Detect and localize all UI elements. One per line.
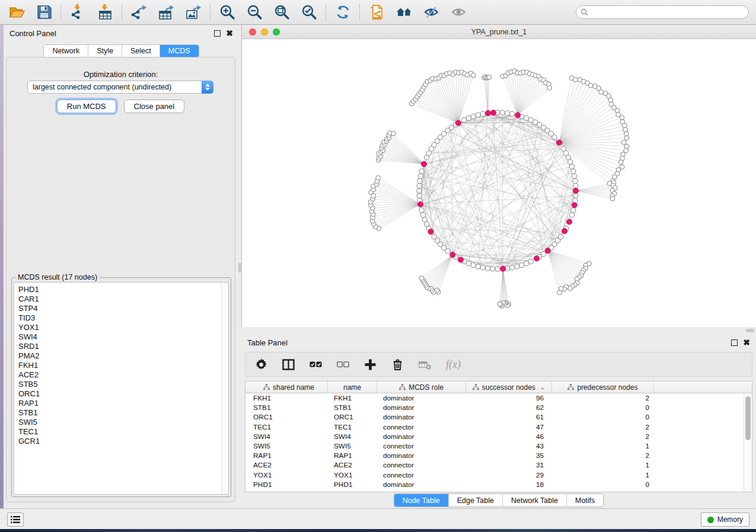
- float-table-panel-icon[interactable]: [731, 339, 738, 346]
- table-cell: 62: [466, 403, 552, 412]
- memory-button[interactable]: Memory: [701, 512, 749, 527]
- column-header-predecessor-nodes[interactable]: predecessor nodes: [552, 382, 654, 393]
- export-network-icon[interactable]: [130, 4, 148, 21]
- dropdown-stepper-icon: [202, 81, 213, 94]
- run-mcds-button[interactable]: Run MCDS: [57, 100, 116, 113]
- table-cell: ORC1: [328, 413, 377, 421]
- tab-network[interactable]: Network: [44, 45, 88, 57]
- table-cell: dominator: [377, 394, 466, 402]
- delete-column-icon[interactable]: [391, 358, 404, 371]
- mcds-result-item[interactable]: ACE2: [18, 370, 228, 380]
- table-row[interactable]: TEC1TEC1connector472: [245, 422, 744, 432]
- tab-select[interactable]: Select: [122, 45, 160, 57]
- import-network-icon[interactable]: [69, 4, 87, 21]
- table-row[interactable]: FKH1FKH1dominator962: [245, 393, 744, 403]
- table-scrollbar-thumb[interactable]: [745, 396, 751, 440]
- tab-style[interactable]: Style: [88, 45, 122, 57]
- toolbar-icon-groups: [0, 4, 475, 21]
- mcds-result-item[interactable]: ORC1: [18, 389, 228, 399]
- tab-network-table[interactable]: Network Table: [503, 494, 567, 507]
- search-box[interactable]: [576, 5, 749, 19]
- zoom-fit-icon[interactable]: [273, 4, 291, 21]
- mcds-result-item[interactable]: TID3: [18, 313, 228, 323]
- float-panel-icon[interactable]: [214, 30, 221, 37]
- table-panel-titlebar: Table Panel ✖: [241, 334, 756, 351]
- task-history-button[interactable]: [7, 512, 24, 527]
- tab-motifs[interactable]: Motifs: [567, 494, 603, 507]
- mcds-result-item[interactable]: YOX1: [18, 323, 228, 332]
- add-column-icon[interactable]: [364, 358, 377, 371]
- table-cell: connector: [377, 461, 466, 469]
- home-icon[interactable]: [395, 4, 413, 21]
- mcds-result-item[interactable]: RAP1: [18, 399, 228, 408]
- mcds-result-item[interactable]: SWI4: [18, 332, 228, 342]
- table-row[interactable]: ACE2ACE2connector311: [245, 460, 744, 470]
- tab-edge-table[interactable]: Edge Table: [449, 494, 503, 507]
- table-panel-title: Table Panel: [247, 338, 731, 347]
- mcds-result-item[interactable]: STB1: [18, 408, 228, 418]
- mcds-result-list[interactable]: PHD1CAR1STP4TID3YOX1SWI4SRD1PMA2FKH1ACE2…: [14, 282, 229, 495]
- vertical-splitter-grip[interactable]: [238, 263, 242, 273]
- close-panel-icon[interactable]: ✖: [226, 30, 233, 37]
- mcds-result-item[interactable]: SRD1: [18, 342, 228, 351]
- export-image-icon[interactable]: [184, 4, 202, 21]
- table-row[interactable]: PHD1PHD1dominator180: [245, 480, 744, 489]
- mcds-result-item[interactable]: GCR1: [18, 437, 228, 446]
- deselect-all-icon[interactable]: [337, 358, 349, 371]
- export-table-icon[interactable]: [157, 4, 175, 21]
- search-icon: [580, 8, 588, 16]
- column-header-MCDS-role[interactable]: MCDS role: [377, 382, 466, 393]
- table-scrollbar[interactable]: [744, 393, 752, 492]
- save-session-icon[interactable]: [35, 4, 53, 21]
- table-row[interactable]: SWI4SWI4dominator462: [245, 432, 744, 441]
- open-file-icon[interactable]: [8, 4, 25, 21]
- zoom-out-icon[interactable]: [245, 4, 263, 21]
- table-cell: 96: [466, 394, 552, 402]
- horizontal-splitter[interactable]: [241, 327, 756, 334]
- horizontal-splitter-grip[interactable]: [746, 329, 754, 332]
- select-all-icon[interactable]: [310, 358, 322, 371]
- table-panel: Table Panel ✖ f(x) shared namenameMCDS r…: [241, 334, 756, 508]
- mcds-list-scrollbar[interactable]: [221, 283, 228, 494]
- mcds-result-item[interactable]: STB5: [18, 380, 228, 389]
- mcds-result-item[interactable]: PMA2: [18, 351, 228, 361]
- table-cell: 2: [552, 432, 654, 441]
- table-row[interactable]: ORC1ORC1dominator610: [245, 412, 744, 422]
- mcds-result-item[interactable]: TEC1: [18, 427, 228, 437]
- network-window-titlebar[interactable]: YPA_prune.txt_1: [242, 25, 756, 39]
- settings-icon[interactable]: [255, 358, 267, 371]
- tab-mcds[interactable]: MCDS: [160, 45, 199, 57]
- table-row[interactable]: SWI5SWI5connector431: [245, 441, 744, 451]
- mcds-result-item[interactable]: STP4: [18, 304, 228, 313]
- show-all-icon[interactable]: [449, 4, 467, 21]
- cytoscape-app: { "toolbar": { "groups": [ ["open-file",…: [0, 0, 756, 532]
- table-cell: YOX1: [250, 471, 328, 479]
- column-header-successor-nodes[interactable]: successor nodes⌄: [466, 382, 552, 393]
- table-row[interactable]: RAP1RAP1dominator352: [245, 451, 744, 460]
- table-cell: PHD1: [250, 480, 328, 489]
- mcds-result-item[interactable]: PHD1: [18, 285, 228, 294]
- apply-layout-icon[interactable]: [334, 4, 352, 21]
- table-row[interactable]: YOX1YOX1connector291: [245, 470, 744, 480]
- hide-selected-icon[interactable]: [422, 4, 440, 21]
- network-canvas[interactable]: [242, 39, 756, 327]
- table-cell: 1: [552, 461, 654, 469]
- zoom-in-icon[interactable]: [218, 4, 236, 21]
- tab-node-table[interactable]: Node Table: [394, 494, 449, 507]
- clone-network-icon[interactable]: [368, 4, 385, 21]
- import-table-icon[interactable]: [96, 4, 114, 21]
- table-cell: 0: [552, 403, 654, 412]
- split-view-icon[interactable]: [282, 358, 295, 371]
- column-header-name[interactable]: name: [328, 382, 377, 393]
- column-header-shared-name[interactable]: shared name: [250, 382, 328, 393]
- mcds-result-item[interactable]: SWI5: [18, 418, 228, 427]
- criterion-dropdown[interactable]: largest connected component (undirected): [27, 81, 213, 94]
- mcds-result-item[interactable]: CAR1: [18, 294, 228, 304]
- close-panel-button[interactable]: Close panel: [124, 100, 185, 113]
- close-table-panel-icon[interactable]: ✖: [743, 339, 750, 346]
- table-cell: PHD1: [328, 480, 377, 489]
- table-row[interactable]: STB1STB1dominator620: [245, 403, 744, 412]
- zoom-selected-icon[interactable]: [300, 4, 318, 21]
- mcds-result-item[interactable]: FKH1: [18, 361, 228, 370]
- search-input[interactable]: [591, 6, 748, 18]
